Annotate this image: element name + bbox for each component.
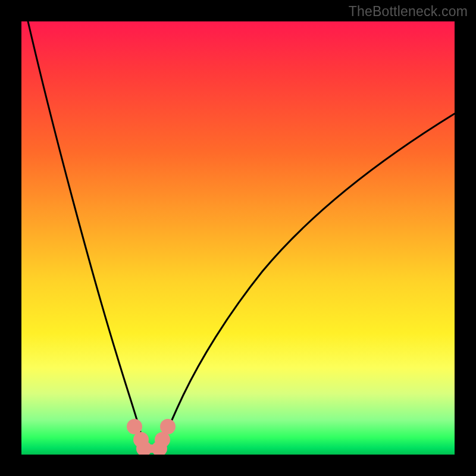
marker-right-upper	[160, 419, 176, 434]
chart-frame: TheBottleneck.com	[0, 0, 476, 476]
marker-left-upper	[127, 419, 142, 434]
curve-layer	[21, 21, 455, 455]
plot-area	[21, 21, 455, 455]
watermark-text: TheBottleneck.com	[349, 4, 468, 20]
curve-left	[28, 21, 145, 449]
curve-right	[160, 114, 455, 449]
